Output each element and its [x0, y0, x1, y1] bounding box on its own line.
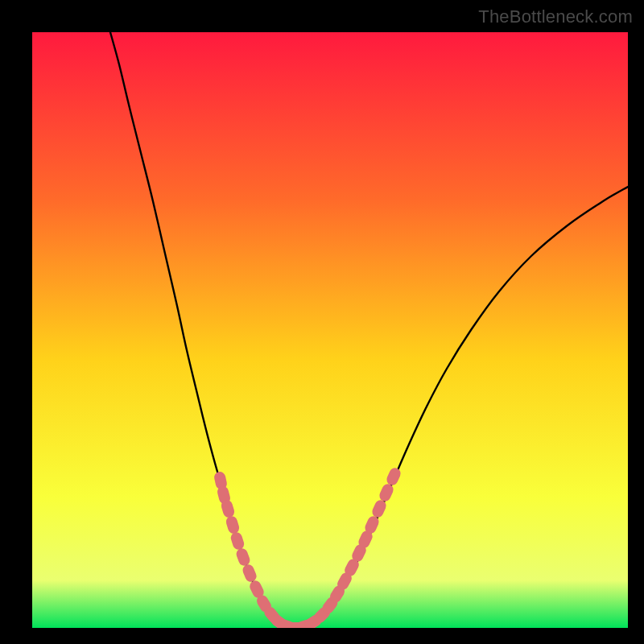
gradient-background — [32, 32, 628, 628]
chart-frame — [32, 32, 628, 628]
watermark-text: TheBottleneck.com — [478, 6, 633, 27]
bottleneck-chart — [32, 32, 628, 628]
